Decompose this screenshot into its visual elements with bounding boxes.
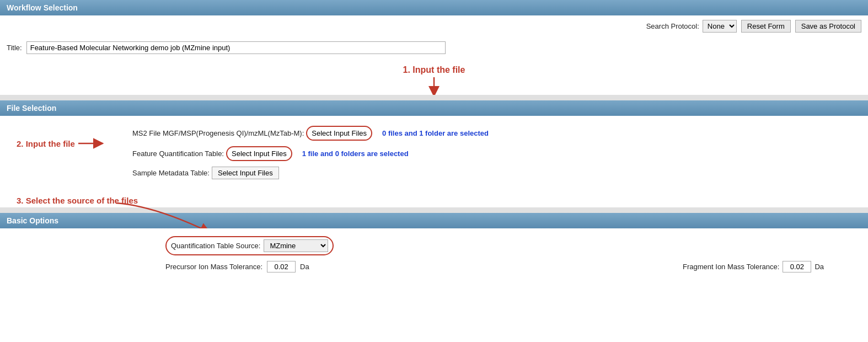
ms2-label: MS2 File MGF/MSP(Progenesis QI)/mzML(MzT… — [132, 129, 304, 137]
fragment-input[interactable] — [783, 261, 811, 272]
fragment-area: Fragment Ion Mass Tolerance: Da — [683, 261, 824, 272]
annotation-1-arrow — [426, 77, 442, 95]
fqt-file-row: Feature Quantification Table: Select Inp… — [0, 146, 868, 161]
precursor-input[interactable] — [267, 261, 296, 272]
section-gap-1 — [0, 95, 868, 100]
title-label: Title: — [7, 44, 22, 52]
smt-file-row: Sample Metadata Table: Select Input File… — [0, 167, 868, 179]
ms2-status: 0 files and 1 folder are selected — [382, 129, 489, 137]
smt-label: Sample Metadata Table: — [132, 169, 210, 177]
basic-options-body: Quantification Table Source: MZmine XCMS… — [0, 228, 868, 286]
ms2-oval: Select Input Files — [306, 126, 372, 141]
annotation-2-area: 2. Input the file — [17, 138, 106, 149]
workflow-header-label: Workflow Selection — [7, 3, 78, 12]
quant-source-row: Quantification Table Source: MZmine XCMS… — [0, 236, 868, 255]
fqt-label: Feature Quantification Table: — [132, 149, 224, 158]
fragment-label: Fragment Ion Mass Tolerance: — [683, 263, 779, 271]
precursor-label: Precursor Ion Mass Tolerance: — [165, 263, 262, 271]
search-protocol-label: Search Protocol: — [646, 22, 699, 30]
fqt-oval: Select Input Files — [226, 146, 292, 161]
annotation-2-label: 2. Input the file — [17, 139, 75, 148]
title-input[interactable] — [26, 41, 446, 54]
precursor-row: Precursor Ion Mass Tolerance: Da Fragmen… — [0, 261, 868, 272]
ms2-file-row: MS2 File MGF/MSP(Progenesis QI)/mzML(MzT… — [0, 126, 868, 141]
title-row: Title: — [0, 37, 868, 61]
annotation-1-area: 1. Input the file — [0, 61, 868, 95]
search-protocol-area: Search Protocol: None — [646, 20, 737, 33]
workflow-section-header: Workflow Selection — [0, 0, 868, 15]
basic-options-header-label: Basic Options — [7, 216, 58, 225]
protocol-select[interactable]: None — [703, 20, 737, 33]
file-section-header: File Selection — [0, 100, 868, 116]
annotation-3-area: 3. Select the source of the files — [0, 193, 868, 207]
top-bar: Search Protocol: None Reset Form Save as… — [0, 15, 868, 37]
smt-select-button[interactable]: Select Input Files — [212, 167, 279, 179]
precursor-unit: Da — [300, 263, 309, 271]
quant-source-select[interactable]: MZmine XCMS MZmine3 Progenesis QI — [264, 239, 328, 252]
fqt-select-button[interactable]: Select Input Files — [232, 149, 287, 158]
file-section-header-label: File Selection — [7, 104, 56, 113]
page-wrapper: Workflow Selection Search Protocol: None… — [0, 0, 868, 342]
annotation-1-label: 1. Input the file — [0, 65, 868, 75]
quant-source-label: Quantification Table Source: — [171, 242, 260, 250]
annotation-2-arrow — [78, 138, 106, 149]
quant-source-oval: Quantification Table Source: MZmine XCMS… — [165, 236, 334, 255]
reset-form-button[interactable]: Reset Form — [741, 20, 791, 33]
save-as-protocol-button[interactable]: Save as Protocol — [795, 20, 861, 33]
file-section-body: 2. Input the file MS2 File MGF/MSP(Proge… — [0, 116, 868, 193]
ms2-select-button[interactable]: Select Input Files — [312, 129, 367, 137]
fqt-status: 1 file and 0 folders are selected — [302, 149, 409, 158]
fragment-unit: Da — [815, 263, 824, 271]
